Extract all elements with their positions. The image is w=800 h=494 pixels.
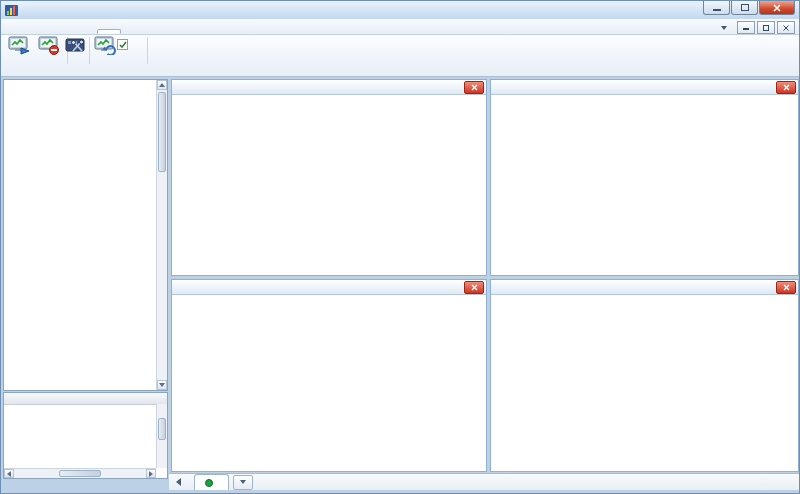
tree-vertical-scrollbar[interactable] — [156, 80, 167, 390]
app-icon — [5, 5, 18, 16]
panel-acc-spec — [490, 279, 799, 472]
project-tree — [3, 79, 168, 391]
tab-online[interactable] — [97, 29, 121, 34]
scroll-left-arrow[interactable] — [4, 469, 14, 478]
manual-button[interactable] — [90, 36, 120, 56]
monitor-stop-icon — [38, 36, 60, 55]
scrollbar-thumb[interactable] — [158, 418, 166, 440]
tab-scroll-left-button[interactable] — [171, 476, 186, 489]
panel-vel-trend — [171, 79, 487, 276]
app-window — [0, 0, 800, 494]
scroll-up-arrow[interactable] — [157, 80, 167, 90]
acc-spec-chart[interactable] — [491, 294, 798, 471]
ribbon-separator — [147, 37, 148, 64]
vel-trend-chart[interactable] — [172, 94, 486, 275]
monitor-refresh-icon — [94, 36, 116, 55]
table-vertical-scrollbar[interactable] — [156, 404, 167, 468]
preview-tab-bar — [169, 473, 799, 490]
close-icon — [783, 284, 790, 291]
auto-checkbox[interactable] — [117, 39, 131, 50]
acc-trend-chart[interactable] — [491, 94, 798, 275]
unit-tools-icon — [65, 36, 87, 55]
chevron-down-icon[interactable] — [721, 26, 727, 30]
tab-tree[interactable] — [1, 29, 25, 34]
values-table — [3, 392, 168, 479]
checkbox-checked-icon — [117, 39, 128, 50]
minimize-icon — [743, 25, 749, 30]
tab-tools[interactable] — [121, 29, 145, 34]
tab-graph[interactable] — [25, 29, 49, 34]
col-number[interactable] — [4, 393, 20, 404]
maximize-button[interactable] — [731, 1, 758, 15]
panel-header[interactable] — [491, 80, 798, 95]
col-value[interactable] — [110, 393, 148, 404]
mdi-restore-button[interactable] — [757, 21, 775, 34]
minimize-icon — [713, 5, 721, 11]
mdi-close-button[interactable] — [777, 21, 795, 34]
minimize-button[interactable] — [703, 1, 730, 15]
panel-close-button[interactable] — [776, 81, 796, 94]
tree-rows — [4, 80, 156, 390]
vel-spec-chart[interactable] — [172, 294, 486, 471]
close-icon — [783, 84, 790, 91]
panel-acc-trend — [490, 79, 799, 276]
scroll-right-arrow[interactable] — [146, 469, 156, 478]
monitor-start-icon — [8, 36, 30, 55]
table-horizontal-scrollbar[interactable] — [4, 468, 156, 478]
close-icon — [773, 4, 781, 12]
scrollbar-thumb[interactable] — [158, 92, 166, 172]
panel-header[interactable] — [172, 80, 486, 95]
close-button[interactable] — [759, 1, 795, 15]
status-dot-icon — [205, 479, 213, 487]
tab-report[interactable] — [49, 29, 73, 34]
close-icon — [471, 284, 478, 291]
col-datetime[interactable] — [20, 393, 110, 404]
panel-header[interactable] — [491, 280, 798, 295]
mdi-minimize-button[interactable] — [737, 21, 755, 34]
panel-header[interactable] — [172, 280, 486, 295]
tab-help[interactable] — [145, 29, 169, 34]
a3716-button[interactable] — [61, 36, 91, 56]
panel-close-button[interactable] — [464, 81, 484, 94]
panel-close-button[interactable] — [776, 281, 796, 294]
tab-preview[interactable] — [194, 474, 229, 490]
start-button[interactable] — [4, 36, 34, 56]
scroll-down-arrow[interactable] — [157, 380, 167, 390]
panel-vel-spec — [171, 279, 487, 472]
ribbon-group-labels — [1, 65, 799, 75]
tab-route[interactable] — [73, 29, 97, 34]
col-alarm[interactable] — [148, 393, 167, 404]
stop-button[interactable] — [34, 36, 64, 56]
table-header — [4, 393, 167, 405]
title-bar — [1, 1, 799, 19]
tab-list-dropdown-button[interactable] — [233, 475, 253, 490]
panel-close-button[interactable] — [464, 281, 484, 294]
close-icon — [783, 25, 789, 31]
scrollbar-thumb[interactable] — [59, 470, 101, 477]
menu-bar — [1, 19, 799, 35]
close-icon — [471, 84, 478, 91]
content-area — [1, 78, 799, 493]
ribbon — [1, 35, 799, 77]
maximize-icon — [741, 4, 749, 11]
restore-icon — [763, 25, 769, 31]
